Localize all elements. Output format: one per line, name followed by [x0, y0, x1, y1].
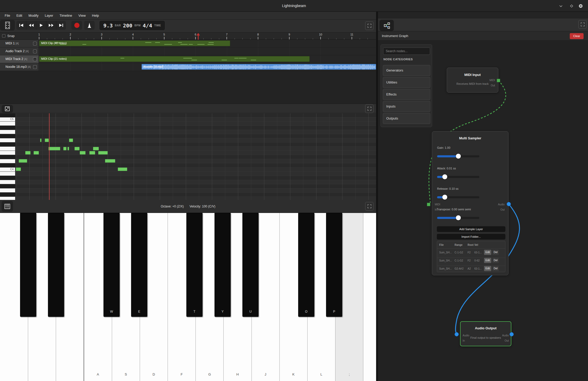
black-key[interactable]	[20, 213, 36, 317]
black-key[interactable]	[48, 213, 64, 317]
edit-sample-button[interactable]: Edit	[484, 258, 491, 263]
track-row[interactable]: MIDI Clip (21 notes)MIDI Track 2 [A]-	[0, 55, 376, 63]
track-row[interactable]: MIDI Clip (40 notes)MIDI 1 [A]-	[0, 40, 376, 47]
timeline-fullscreen-button[interactable]	[365, 21, 373, 30]
metronome-button[interactable]	[84, 21, 95, 30]
piano-roll[interactable]: C5C4	[0, 113, 376, 200]
play-button[interactable]	[36, 21, 46, 30]
midi-note[interactable]	[63, 147, 66, 150]
timeline-ruler[interactable]: Snap 1234567891011	[0, 33, 376, 40]
menu-view[interactable]: View	[76, 12, 88, 20]
skip-to-start-button[interactable]	[16, 21, 26, 30]
clear-graph-button[interactable]: Clear	[570, 33, 584, 39]
track-mute-checkbox[interactable]: -	[33, 65, 37, 69]
node-canvas[interactable]: NODE CATEGORIES GeneratorsUtilitiesEffec…	[378, 41, 588, 381]
skip-to-end-button[interactable]	[56, 21, 66, 30]
close-icon[interactable]	[578, 3, 584, 9]
piano-roll-key[interactable]	[0, 126, 15, 130]
piano-roll-key[interactable]	[0, 176, 15, 180]
rewind-button[interactable]	[26, 21, 36, 30]
track-lane[interactable]: MIDI Clip (21 notes)	[39, 55, 376, 63]
track-lane[interactable]: Noodle 18.mp3	[39, 63, 376, 71]
keyboard-fullscreen-button[interactable]	[365, 202, 373, 211]
panel-divider[interactable]	[376, 12, 378, 381]
piano-roll-key[interactable]	[0, 171, 15, 176]
slider-thumb[interactable]	[442, 174, 447, 179]
category-effects[interactable]: Effects	[383, 89, 430, 100]
category-outputs[interactable]: Outputs	[383, 113, 430, 124]
midi-note[interactable]	[93, 147, 99, 150]
delete-sample-button[interactable]: Del	[492, 258, 499, 263]
fast-forward-button[interactable]	[46, 21, 56, 30]
audio-clip[interactable]: Noodle 18.mp3	[142, 64, 376, 70]
midi-note[interactable]	[80, 151, 85, 154]
black-key[interactable]: P	[326, 213, 342, 317]
minimize-icon[interactable]	[558, 3, 564, 9]
piano-roll-key[interactable]	[0, 192, 15, 197]
menu-layer[interactable]: Layer	[42, 12, 56, 20]
piano-roll-key[interactable]	[0, 197, 15, 200]
black-key[interactable]: O	[298, 213, 314, 317]
midi-note[interactable]	[16, 168, 21, 171]
track-name-column[interactable]: Audio Track 2 [A]-	[0, 47, 39, 55]
piano-roll-key[interactable]	[0, 155, 15, 159]
node-multi-sampler[interactable]: Multi Sampler Gain: 1.00Attack: 0.01 ssR…	[432, 131, 509, 275]
piano-roll-key[interactable]: C4	[0, 167, 15, 171]
import-folder-button[interactable]: Import Folder...	[437, 234, 505, 240]
track-mute-checkbox[interactable]: -	[33, 50, 37, 53]
tempo-display[interactable]: 9.3 BAR 200 BPM 4/4 TIME	[99, 20, 165, 31]
menu-edit[interactable]: Edit	[14, 12, 25, 20]
piano-roll-key[interactable]	[0, 146, 15, 151]
midi-note[interactable]	[98, 151, 108, 154]
midi-out-port[interactable]	[497, 79, 500, 82]
graph-fullscreen-button[interactable]	[578, 20, 587, 29]
midi-clip[interactable]: MIDI Clip (40 notes)	[39, 40, 230, 46]
piano-roll-fullscreen-button[interactable]	[365, 104, 373, 113]
piano-roll-mode-button[interactable]	[2, 105, 13, 113]
midi-note[interactable]	[75, 147, 79, 150]
piano-roll-key[interactable]	[0, 138, 15, 142]
node-audio-output[interactable]: Audio Output Audio In Final output to sp…	[460, 321, 511, 346]
midi-note[interactable]	[19, 159, 27, 163]
category-generators[interactable]: Generators	[383, 65, 430, 76]
playhead-marker[interactable]	[195, 33, 201, 40]
piano-roll-key[interactable]	[0, 113, 15, 117]
midi-note[interactable]	[105, 159, 115, 163]
sampler-midi-in-port[interactable]	[427, 203, 430, 206]
midi-note[interactable]	[118, 168, 127, 171]
add-sample-layer-button[interactable]: Add Sample Layer	[437, 226, 505, 232]
audio-in-port[interactable]	[455, 332, 459, 336]
delete-sample-button[interactable]: Del	[492, 266, 499, 271]
track-name-column[interactable]: MIDI Track 2 [A]-	[0, 55, 39, 63]
search-input[interactable]	[383, 47, 430, 55]
piano-roll-key[interactable]: C5	[0, 117, 15, 121]
white-key[interactable]	[363, 213, 376, 381]
slider-thumb[interactable]	[456, 154, 461, 159]
black-key[interactable]: W	[103, 213, 120, 317]
track-row[interactable]: Audio Track 2 [A]-	[0, 47, 376, 55]
piano-roll-key[interactable]	[0, 163, 15, 167]
record-button[interactable]	[71, 21, 82, 30]
delete-sample-button[interactable]: Del	[492, 250, 499, 255]
midi-note[interactable]	[89, 151, 95, 154]
midi-note[interactable]	[69, 139, 73, 142]
piano-roll-key[interactable]	[0, 151, 15, 155]
piano-roll-key[interactable]	[0, 188, 15, 192]
piano-roll-key[interactable]	[0, 184, 15, 188]
track-name-column[interactable]: Noodle 18.mp3 [A]-	[0, 63, 39, 71]
midi-clip[interactable]: MIDI Clip (21 notes)	[39, 56, 310, 62]
menu-file[interactable]: File	[2, 12, 13, 20]
black-key[interactable]: E	[131, 213, 147, 317]
category-inputs[interactable]: Inputs	[383, 101, 430, 112]
black-key[interactable]: T	[186, 213, 203, 317]
piano-roll-key[interactable]	[0, 121, 15, 126]
graph-view-button[interactable]	[379, 20, 394, 31]
edit-sample-button[interactable]: Edit	[484, 250, 491, 255]
midi-note[interactable]	[48, 147, 60, 150]
menu-timeline[interactable]: Timeline	[57, 12, 75, 20]
midi-note[interactable]	[68, 147, 69, 150]
track-row[interactable]: Noodle 18.mp3Noodle 18.mp3 [A]-	[0, 63, 376, 71]
track-lane[interactable]	[39, 47, 376, 55]
black-key[interactable]: Y	[215, 213, 231, 317]
playhead-line[interactable]	[49, 113, 50, 200]
